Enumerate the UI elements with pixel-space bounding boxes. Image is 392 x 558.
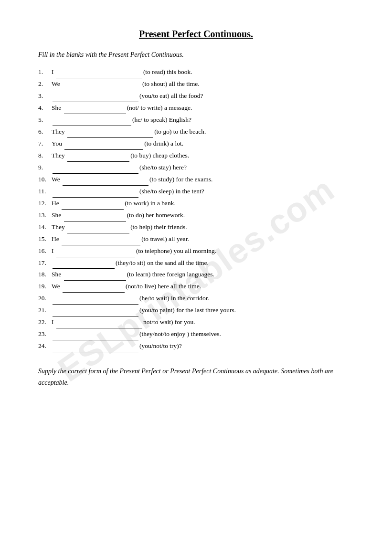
answer-blank[interactable] xyxy=(53,95,138,102)
page-title: Present Perfect Continuous. xyxy=(38,29,354,40)
item-text: (she/to stay) here? xyxy=(52,162,354,174)
exercise-list: 1.I (to read) this book.2.We (to shout) … xyxy=(38,66,354,352)
item-text: (you/not/to try)? xyxy=(52,340,354,352)
answer-blank[interactable] xyxy=(53,298,138,305)
item-text: She (to do) her homework. xyxy=(52,210,354,221)
answer-blank[interactable] xyxy=(53,262,115,269)
item-number: 11. xyxy=(38,186,52,198)
list-item: 21.(you/to paint) for the last three you… xyxy=(38,305,354,316)
list-item: 23.(they/not/to enjoy ) themselves. xyxy=(38,328,354,340)
list-item: 1.I (to read) this book. xyxy=(38,66,354,78)
item-number: 19. xyxy=(38,281,52,293)
answer-blank[interactable] xyxy=(62,239,140,245)
list-item: 7.You (to drink) a lot. xyxy=(38,138,354,150)
item-number: 4. xyxy=(38,102,52,114)
list-item: 18.She (to learn) three foreign language… xyxy=(38,269,354,281)
item-number: 5. xyxy=(38,114,52,126)
answer-blank[interactable] xyxy=(64,274,126,281)
answer-blank[interactable] xyxy=(53,310,138,316)
answer-blank[interactable] xyxy=(53,167,138,174)
answer-blank[interactable] xyxy=(56,72,142,78)
list-item: 20.(he/to wait) in the corridor. xyxy=(38,293,354,305)
answer-blank[interactable] xyxy=(53,346,138,352)
list-item: 11.(she/to sleep) in the tent? xyxy=(38,186,354,198)
item-text: I (to read) this book. xyxy=(52,66,354,78)
item-number: 16. xyxy=(38,245,52,257)
item-number: 21. xyxy=(38,305,52,316)
answer-blank[interactable] xyxy=(64,107,126,114)
item-number: 24. xyxy=(38,340,52,352)
answer-blank[interactable] xyxy=(64,143,143,150)
item-number: 22. xyxy=(38,316,52,328)
list-item: 2.We (to shout) all the time. xyxy=(38,78,354,90)
answer-blank[interactable] xyxy=(53,119,131,126)
answer-blank[interactable] xyxy=(62,203,124,210)
answer-blank[interactable] xyxy=(53,334,138,340)
item-number: 7. xyxy=(38,138,52,150)
item-number: 20. xyxy=(38,293,52,305)
item-text: He (to travel) all year. xyxy=(52,233,354,245)
item-number: 9. xyxy=(38,162,52,174)
list-item: 12.He (to work) in a bank. xyxy=(38,198,354,210)
item-text: She (to learn) three foreign languages. xyxy=(52,269,354,281)
item-number: 3. xyxy=(38,90,52,102)
item-text: We (to study) for the exams. xyxy=(52,174,354,186)
item-text: She (not/ to write) a message. xyxy=(52,102,354,114)
answer-blank[interactable] xyxy=(67,155,129,162)
item-number: 8. xyxy=(38,150,52,162)
item-text: They (to buy) cheap clothes. xyxy=(52,150,354,162)
item-text: (they/not/to enjoy ) themselves. xyxy=(52,328,354,340)
item-text: We (to shout) all the time. xyxy=(52,78,354,90)
item-text: (you/to paint) for the last three yours. xyxy=(52,305,354,316)
list-item: 15.He (to travel) all year. xyxy=(38,233,354,245)
list-item: 8.They (to buy) cheap clothes. xyxy=(38,150,354,162)
list-item: 19.We (not/to live) here all the time. xyxy=(38,281,354,293)
list-item: 17.(they/to sit) on the sand all the tim… xyxy=(38,257,354,269)
list-item: 13.She (to do) her homework. xyxy=(38,210,354,221)
list-item: 3.(you/to eat) all the food? xyxy=(38,90,354,102)
item-text: They (to help) their friends. xyxy=(52,221,354,233)
list-item: 9.(she/to stay) here? xyxy=(38,162,354,174)
item-text: (you/to eat) all the food? xyxy=(52,90,354,102)
item-number: 1. xyxy=(38,66,52,78)
item-text: You (to drink) a lot. xyxy=(52,138,354,150)
item-text: We (not/to live) here all the time. xyxy=(52,281,354,293)
item-text: (she/to sleep) in the tent? xyxy=(52,186,354,198)
answer-blank[interactable] xyxy=(63,84,141,90)
item-text: I not/to wait) for you. xyxy=(52,316,354,328)
answer-blank[interactable] xyxy=(56,322,142,328)
list-item: 24.(you/not/to try)? xyxy=(38,340,354,352)
item-text: They (to go) to the beach. xyxy=(52,126,354,138)
item-number: 10. xyxy=(38,174,52,186)
section1-instructions: Fill in the blanks with the Present Perf… xyxy=(38,51,354,59)
item-number: 6. xyxy=(38,126,52,138)
answer-blank[interactable] xyxy=(56,251,135,257)
item-text: (they/to sit) on the sand all the time. xyxy=(52,257,354,269)
section2-instructions: Supply the correct form of the Present P… xyxy=(38,366,354,389)
list-item: 16.I (to telephone) you all morning. xyxy=(38,245,354,257)
list-item: 5.(he/ to speak) English? xyxy=(38,114,354,126)
answer-blank[interactable] xyxy=(63,179,148,186)
list-item: 10.We (to study) for the exams. xyxy=(38,174,354,186)
answer-blank[interactable] xyxy=(53,191,138,198)
item-text: I (to telephone) you all morning. xyxy=(52,245,354,257)
item-number: 13. xyxy=(38,210,52,221)
item-number: 14. xyxy=(38,221,52,233)
item-number: 23. xyxy=(38,328,52,340)
answer-blank[interactable] xyxy=(63,286,125,293)
answer-blank[interactable] xyxy=(67,227,129,233)
answer-blank[interactable] xyxy=(64,215,126,221)
item-text: He (to work) in a bank. xyxy=(52,198,354,210)
item-number: 2. xyxy=(38,78,52,90)
list-item: 4.She (not/ to write) a message. xyxy=(38,102,354,114)
list-item: 6.They (to go) to the beach. xyxy=(38,126,354,138)
item-text: (he/ to speak) English? xyxy=(52,114,354,126)
list-item: 14.They (to help) their friends. xyxy=(38,221,354,233)
list-item: 22.I not/to wait) for you. xyxy=(38,316,354,328)
item-number: 17. xyxy=(38,257,52,269)
item-number: 12. xyxy=(38,198,52,210)
answer-blank[interactable] xyxy=(67,131,153,138)
item-text: (he/to wait) in the corridor. xyxy=(52,293,354,305)
item-number: 15. xyxy=(38,233,52,245)
item-number: 18. xyxy=(38,269,52,281)
